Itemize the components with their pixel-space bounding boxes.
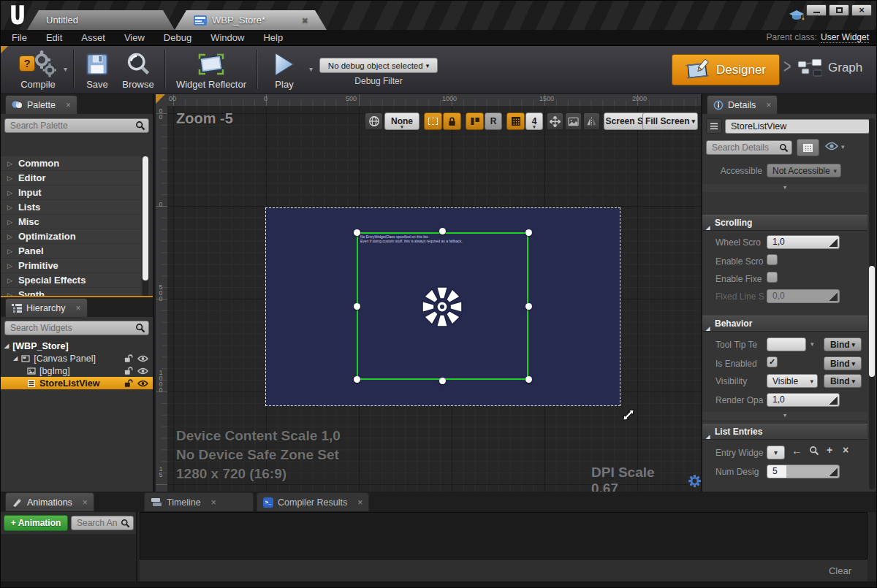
visibility-eye-icon[interactable]: [137, 355, 148, 362]
section-behavior[interactable]: ◢ Behavior: [702, 316, 867, 332]
is-enabled-bind-button[interactable]: Bind▾: [824, 356, 862, 370]
lock-open-icon[interactable]: [124, 354, 133, 363]
animations-list-area[interactable]: [1, 534, 136, 588]
preview-background-button[interactable]: [565, 112, 582, 130]
palette-category[interactable]: ▷ Panel: [1, 244, 141, 258]
localization-preview-globe-button[interactable]: [365, 112, 383, 130]
hierarchy-search[interactable]: [4, 321, 149, 335]
resize-handle-middle-left[interactable]: [354, 303, 360, 310]
menu-item[interactable]: Window: [210, 32, 244, 43]
details-search-input[interactable]: [712, 142, 779, 153]
wheel-scroll-spinbox[interactable]: 1,0: [767, 235, 840, 249]
menu-item[interactable]: Debug: [164, 32, 191, 43]
chevron-down-icon[interactable]: ▾: [841, 143, 845, 150]
toggle-dashed-outlines-button[interactable]: [424, 112, 442, 130]
palette-category[interactable]: ▷ Input: [1, 186, 141, 199]
close-icon[interactable]: ×: [66, 100, 71, 110]
menu-item[interactable]: View: [124, 32, 145, 43]
resize-handle-top-left[interactable]: [354, 229, 360, 236]
tab-details[interactable]: Details ×: [707, 95, 778, 114]
details-search[interactable]: [706, 140, 792, 155]
advanced-expander[interactable]: ▾: [702, 412, 867, 420]
tab-untitled[interactable]: Untitled: [27, 10, 175, 30]
tree-item-canvas-panel[interactable]: ◢ [Canvas Panel]: [1, 352, 153, 364]
compile-button[interactable]: ? Compile: [8, 50, 68, 90]
close-icon[interactable]: ×: [211, 497, 216, 508]
accessible-dropdown[interactable]: Not Accessible ▾: [767, 164, 841, 177]
designer-mode-button[interactable]: Designer: [672, 54, 780, 85]
tooltip-text-field[interactable]: [767, 337, 806, 351]
grid-snapping-button[interactable]: [506, 112, 525, 130]
entry-widget-class-dropdown[interactable]: ▾: [767, 446, 785, 459]
section-scrolling[interactable]: ◢ Scrolling: [702, 215, 867, 231]
add-element-plus-icon[interactable]: +: [827, 444, 832, 456]
preview-language-dropdown[interactable]: None ▾: [384, 112, 419, 130]
section-list-entries[interactable]: ◢ List Entries: [702, 424, 867, 440]
palette-category[interactable]: ▷ Primitive: [1, 259, 141, 272]
visibility-eye-icon[interactable]: [137, 380, 148, 387]
menu-item[interactable]: Asset: [81, 32, 105, 43]
tab-animations[interactable]: Animations ×: [5, 492, 94, 511]
tab-timeline[interactable]: Timeline ×: [144, 492, 254, 511]
menu-item[interactable]: Edit: [46, 32, 62, 43]
debug-object-dropdown[interactable]: No debug object selected ▾: [319, 58, 438, 73]
grid-size-dropdown[interactable]: 4 ▾: [525, 112, 543, 130]
palette-scrollbar-thumb[interactable]: [143, 156, 148, 280]
maximize-button[interactable]: [829, 4, 849, 16]
save-button[interactable]: Save: [78, 50, 116, 90]
collapsed-arrow-icon[interactable]: ▷: [7, 189, 12, 196]
palette-category[interactable]: ▷ Lists: [1, 200, 141, 214]
clear-button[interactable]: Clear: [829, 565, 851, 576]
lock-open-icon[interactable]: [124, 366, 133, 375]
play-button[interactable]: Play: [262, 50, 306, 90]
tab-palette[interactable]: Palette ×: [5, 95, 77, 114]
chevron-down-icon[interactable]: ▾: [810, 340, 814, 348]
collapsed-arrow-icon[interactable]: ▷: [7, 160, 12, 167]
parent-class-value[interactable]: User Widget: [821, 32, 869, 43]
tab-close-icon[interactable]: ×: [302, 15, 308, 26]
expander-icon[interactable]: ◢: [13, 355, 18, 362]
palette-category[interactable]: ▷ Misc: [1, 215, 141, 229]
fill-screen-dropdown[interactable]: Fill Screen ▾: [642, 112, 698, 130]
close-icon[interactable]: ×: [83, 497, 88, 508]
tree-item-storelistview-selected[interactable]: StoreListView: [1, 377, 153, 389]
collapsed-arrow-icon[interactable]: ▷: [7, 204, 12, 211]
close-icon[interactable]: ×: [766, 100, 771, 110]
palette-category[interactable]: ▷ Optimization: [1, 229, 141, 243]
palette-search[interactable]: [4, 118, 149, 133]
animations-search[interactable]: [71, 516, 134, 530]
widget-type-icon-button[interactable]: [706, 118, 722, 134]
clear-reference-cross-icon[interactable]: ×: [843, 444, 848, 456]
transform-mode-button[interactable]: [547, 112, 563, 130]
resize-handle-middle-right[interactable]: [525, 303, 532, 310]
close-icon[interactable]: ×: [357, 497, 362, 508]
use-selected-arrow-icon[interactable]: ←: [791, 444, 802, 457]
render-opacity-spinbox[interactable]: 1,0: [767, 393, 840, 407]
snap-widget-button[interactable]: [466, 112, 484, 130]
collapsed-arrow-icon[interactable]: ▷: [7, 248, 12, 255]
palette-category[interactable]: ▷ Editor: [1, 171, 141, 185]
resize-handle-bottom-left[interactable]: [354, 376, 360, 383]
menu-item[interactable]: File: [12, 32, 27, 43]
hierarchy-search-input[interactable]: [10, 323, 135, 333]
resize-handle-bottom-right[interactable]: [525, 376, 532, 383]
expander-icon[interactable]: ◢: [4, 343, 9, 349]
palette-category[interactable]: ▷ Special Effects: [1, 273, 141, 287]
animations-search-input[interactable]: [77, 518, 121, 528]
collapsed-arrow-icon[interactable]: ▷: [7, 175, 12, 182]
tab-compiler-results[interactable]: >_ Compiler Results ×: [257, 492, 369, 511]
minimize-button[interactable]: [806, 4, 827, 16]
dpi-settings-gear-icon[interactable]: [688, 475, 701, 487]
close-button[interactable]: ×: [851, 4, 872, 16]
widget-name-field[interactable]: [725, 119, 870, 134]
advanced-expander[interactable]: ▾: [702, 184, 867, 192]
details-scrollbar-thumb[interactable]: [869, 266, 875, 377]
view-options-eye-icon[interactable]: [825, 142, 838, 150]
visibility-bind-button[interactable]: Bind▾: [824, 374, 862, 388]
compile-options-caret-icon[interactable]: ▾: [64, 65, 67, 73]
collapsed-arrow-icon[interactable]: ▷: [7, 277, 12, 284]
widget-reflector-button[interactable]: Widget Reflector: [170, 50, 252, 90]
visibility-dropdown[interactable]: Visible ▾: [767, 374, 818, 388]
play-options-caret-icon[interactable]: ▾: [309, 65, 313, 73]
num-designer-preview-spinbox[interactable]: 5: [767, 465, 840, 478]
